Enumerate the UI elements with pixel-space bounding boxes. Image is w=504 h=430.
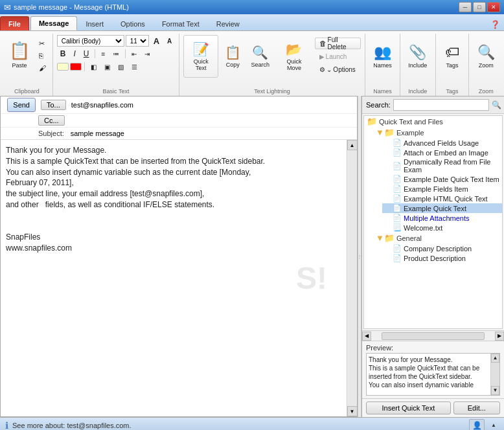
tab-file[interactable]: File	[0, 16, 29, 30]
preview-scroll-track[interactable]	[491, 363, 499, 386]
tree-item-dynamically-read[interactable]: 📄 Dynamically Read from File Exam	[382, 157, 502, 174]
align-right-button[interactable]: ▧	[115, 61, 127, 73]
preview-section: Preview: Thank you for your Message. Thi…	[362, 341, 504, 398]
align-center-button[interactable]: ▣	[101, 61, 113, 73]
tags-button[interactable]: 🏷 Tags	[439, 35, 465, 78]
cut-button[interactable]: ✂	[36, 38, 49, 49]
title-bar: ✉ sample message - Message (HTML) ─ □ ✕	[0, 0, 504, 14]
search-icon[interactable]: 🔍	[492, 100, 501, 109]
font-color-button[interactable]	[70, 63, 82, 71]
align-left-button[interactable]: ◧	[87, 61, 100, 73]
tree-item-example-quick-text[interactable]: 📄 Example Quick Text	[382, 203, 502, 213]
status-bar: ℹ See more about: test@snapfiles.com. 👤 …	[0, 417, 504, 430]
basic-text-group: Calibri (Body) 11 A A B I U ≡ ≔ ⇤ ⇥	[53, 34, 180, 96]
hscroll-left-button[interactable]: ◀	[362, 332, 371, 341]
send-button[interactable]: Send	[7, 98, 36, 112]
quick-move-button[interactable]: 📂 Quick Move	[275, 35, 313, 78]
scroll-track[interactable]	[348, 150, 357, 406]
decrease-indent-button[interactable]: ⇤	[128, 48, 140, 60]
italic-button[interactable]: I	[70, 48, 78, 60]
minimize-button[interactable]: ─	[459, 2, 472, 12]
format-painter-button[interactable]: 🖌	[36, 62, 49, 74]
tab-format-text[interactable]: Format Text	[154, 16, 208, 30]
hscroll-track[interactable]	[382, 332, 485, 340]
hscroll-right-button[interactable]: ▶	[495, 332, 504, 341]
tree-folder-example[interactable]: ▼📁 Example	[373, 127, 502, 138]
cc-input[interactable]	[67, 116, 354, 125]
status-scroll-up-button[interactable]: ▲	[488, 419, 499, 431]
copy-button[interactable]: ⎘	[36, 50, 49, 62]
preview-text: Thank you for your Message. This is a sa…	[369, 356, 498, 389]
sidebar-tree[interactable]: 📁 Quick Text and Files ▼📁 Example 📄 Adva…	[363, 115, 503, 329]
qt-icon-dynamic: 📄	[393, 162, 402, 170]
subject-input[interactable]	[68, 129, 354, 138]
tab-message[interactable]: Message	[30, 16, 77, 30]
options-button[interactable]: ⚙ ⌄ Options	[315, 63, 361, 75]
tree-item-advanced-fields[interactable]: 📄 Advanced Fields Usage	[382, 138, 502, 148]
quick-text-button[interactable]: 📝 Quick Text	[183, 35, 218, 78]
tree-item-label: Attach or Embed an Image	[404, 149, 488, 157]
include-button[interactable]: 📎 Include	[404, 35, 431, 78]
underline-button[interactable]: U	[80, 48, 93, 60]
increase-indent-button[interactable]: ⇥	[141, 48, 153, 60]
launch-button[interactable]: ▶ Launch	[315, 51, 361, 62]
tree-item-product-desc[interactable]: 📄 Product Description	[382, 253, 502, 263]
tab-review[interactable]: Review	[208, 16, 248, 30]
general-items: 📄 Company Description 📄 Product Descript…	[373, 243, 502, 263]
tree-item-attach-embed[interactable]: 📄 Attach or Embed an Image	[382, 148, 502, 157]
preview-scroll-up-button[interactable]: ▲	[491, 354, 499, 363]
tree-root[interactable]: 📁 Quick Text and Files	[364, 116, 502, 127]
tree-item-company-desc[interactable]: 📄 Company Description	[382, 243, 502, 253]
font-family-select[interactable]: Calibri (Body)	[57, 35, 124, 47]
help-button[interactable]: ❓	[487, 19, 504, 30]
copy-tl-button[interactable]: 📋 Copy	[220, 35, 246, 78]
names-button[interactable]: 👥 Names	[369, 35, 396, 78]
tree-folder-general[interactable]: ▼📁 General	[373, 232, 502, 243]
decrease-font-button[interactable]: A	[164, 35, 175, 47]
qt-icon-date: 📄	[393, 175, 402, 183]
tab-options[interactable]: Options	[112, 16, 154, 30]
zoom-label: Zoom	[469, 88, 503, 95]
paste-button[interactable]: 📋 Paste	[5, 35, 34, 74]
scroll-down-button[interactable]: ▼	[347, 406, 358, 416]
search-input[interactable]	[393, 99, 489, 111]
close-button[interactable]: ✕	[487, 2, 500, 12]
scroll-up-button[interactable]: ▲	[347, 140, 358, 150]
font-size-select[interactable]: 11	[126, 35, 149, 47]
tree-item-label: Dynamically Read from File Exam	[404, 158, 499, 174]
qt-icon-advanced: 📄	[393, 139, 402, 147]
tree-item-multiple-attachments[interactable]: 📄 Multiple Attachments	[382, 213, 502, 223]
justify-button[interactable]: ☰	[128, 61, 141, 73]
cc-button[interactable]: Cc...	[38, 115, 65, 126]
edit-button[interactable]: Edit...	[453, 402, 500, 414]
bold-button[interactable]: B	[57, 48, 69, 60]
example-folder-icon: ▼📁	[376, 128, 395, 137]
tab-insert[interactable]: Insert	[77, 16, 112, 30]
numbering-button[interactable]: ≔	[109, 48, 122, 60]
preview-scroll-down-button[interactable]: ▼	[491, 386, 499, 395]
full-delete-button[interactable]: 🗑 Full Delete	[315, 38, 361, 49]
cc-field-row: Cc...	[1, 114, 357, 128]
insert-quick-text-button[interactable]: Insert Quick Text	[366, 402, 451, 414]
tree-item-welcome-txt[interactable]: 📃 Welcome.txt	[382, 223, 502, 232]
increase-font-button[interactable]: A	[150, 35, 163, 47]
tree-item-label: Example HTML Quick Text	[404, 195, 488, 203]
tree-item-label: Advanced Fields Usage	[404, 139, 479, 147]
status-user-button[interactable]: 👤	[469, 419, 485, 431]
tree-item-label: Product Description	[404, 255, 466, 262]
to-input[interactable]	[69, 100, 354, 109]
zoom-group: 🔍 Zoom Zoom	[469, 34, 503, 96]
tree-item-example-date[interactable]: 📄 Example Date Quick Text Item	[382, 174, 502, 184]
tags-group: 🏷 Tags Tags	[436, 34, 470, 96]
email-body[interactable]: Thank you for your Message. This is a sa…	[1, 140, 347, 416]
names-group: 👥 Names Names	[365, 34, 400, 96]
styles-button[interactable]	[57, 63, 69, 71]
tree-item-example-html[interactable]: 📄 Example HTML Quick Text	[382, 194, 502, 203]
to-button[interactable]: To...	[41, 100, 66, 110]
text-lightning-label: Text Lightning	[179, 88, 365, 95]
tree-item-example-fields[interactable]: 📄 Example Fields Item	[382, 184, 502, 194]
search-tl-button[interactable]: 🔍 Search	[247, 35, 273, 78]
maximize-button[interactable]: □	[473, 2, 486, 12]
zoom-button[interactable]: 🔍 Zoom	[473, 35, 499, 78]
bullets-button[interactable]: ≡	[98, 48, 108, 60]
